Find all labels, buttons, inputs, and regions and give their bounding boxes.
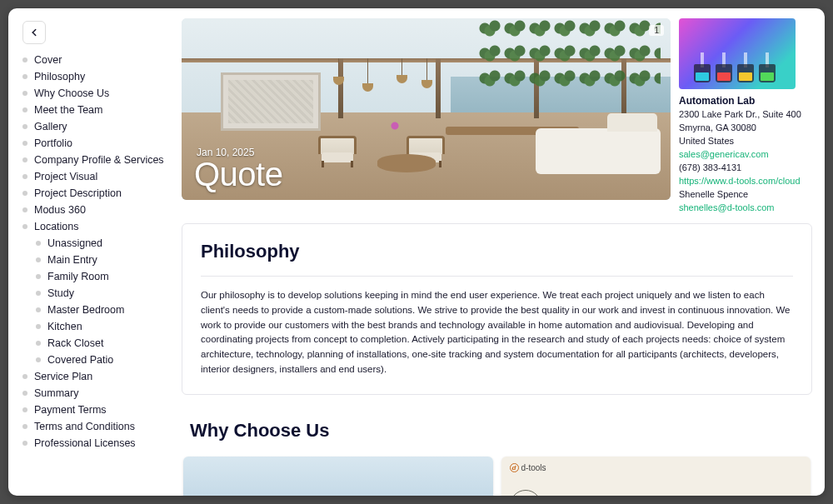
- sidebar-item-company-profile[interactable]: Company Profile & Services: [22, 152, 167, 168]
- philosophy-section: Philosophy Our philosophy is to develop …: [182, 223, 812, 395]
- nav-sublist-locations: Unassigned Main Entry Family Room Study …: [22, 235, 167, 368]
- company-contact: Shenelle Spence: [679, 188, 812, 202]
- nav-label: Study: [47, 287, 74, 299]
- nav-label: Master Bedroom: [47, 304, 124, 316]
- back-button[interactable]: [22, 21, 46, 44]
- sidebar-item-gallery[interactable]: Gallery: [22, 118, 167, 135]
- nav-label: Locations: [34, 221, 79, 232]
- nav-label: Project Description: [34, 187, 122, 199]
- nav-label: Philosophy: [34, 71, 85, 82]
- nav-label: Why Choose Us: [34, 87, 109, 99]
- sidebar-item-summary[interactable]: Summary: [22, 385, 167, 402]
- nav-label: Terms and Conditions: [34, 421, 135, 432]
- nav-label: Project Visual: [34, 171, 97, 182]
- nav-label: Professional Licenses: [34, 437, 136, 449]
- sidebar-item-philosophy[interactable]: Philosophy: [22, 68, 167, 85]
- nav-label: Company Profile & Services: [34, 154, 164, 166]
- nav-label: Unassigned: [47, 237, 102, 249]
- company-addr2: Smyrna, GA 30080: [679, 122, 812, 135]
- hero-title: Quote: [194, 156, 282, 193]
- nav-label: Modus 360: [34, 204, 86, 216]
- company-logo: [679, 18, 796, 89]
- philosophy-title: Philosophy: [201, 241, 793, 262]
- sidebar-item-kitchen[interactable]: Kitchen: [36, 318, 167, 335]
- cover-hero: 1 Jan 10, 2025 Quote: [182, 18, 671, 200]
- why-choose-us-title: Why Choose Us: [190, 420, 812, 442]
- sidebar-item-meet-team[interactable]: Meet the Team: [22, 102, 167, 118]
- sidebar-item-project-description[interactable]: Project Description: [22, 185, 167, 202]
- dtools-icon: d: [510, 463, 519, 472]
- main-content: 1 Jan 10, 2025 Quote Automation Lab 2300…: [175, 8, 825, 496]
- company-country: United States: [679, 135, 812, 148]
- company-url[interactable]: https://www.d-tools.com/cloud: [679, 175, 812, 188]
- nav-label: Meet the Team: [34, 104, 102, 116]
- nav-label: Covered Patio: [47, 354, 113, 366]
- nav-list: Cover Philosophy Why Choose Us Meet the …: [22, 52, 167, 452]
- nav-label: Rack Closet: [47, 337, 103, 349]
- company-phone: (678) 383-4131: [679, 162, 812, 175]
- sidebar-item-master-bedroom[interactable]: Master Bedroom: [36, 302, 167, 318]
- divider: [201, 276, 793, 277]
- company-addr1: 2300 Lake Park Dr., Suite 400: [679, 108, 812, 122]
- nav-label: Main Entry: [47, 254, 97, 266]
- company-name: Automation Lab: [679, 94, 812, 108]
- sidebar-item-project-visual[interactable]: Project Visual: [22, 168, 167, 185]
- nav-label: Payment Terms: [34, 404, 107, 416]
- sidebar-item-unassigned[interactable]: Unassigned: [36, 235, 167, 252]
- philosophy-body: Our philosophy is to develop solutions k…: [201, 288, 793, 377]
- sidebar-item-portfolio[interactable]: Portfolio: [22, 135, 167, 152]
- dtools-logo: d d-tools: [510, 463, 546, 472]
- company-contact-email[interactable]: shenelles@d-tools.com: [679, 202, 812, 215]
- sidebar-item-professional-licenses[interactable]: Professional Licenses: [22, 435, 167, 452]
- company-info: Automation Lab 2300 Lake Park Dr., Suite…: [679, 94, 812, 215]
- sidebar-item-service-plan[interactable]: Service Plan: [22, 368, 167, 385]
- sidebar: Cover Philosophy Why Choose Us Meet the …: [8, 8, 175, 496]
- sidebar-item-main-entry[interactable]: Main Entry: [36, 252, 167, 268]
- sidebar-item-locations[interactable]: Locations: [22, 218, 167, 235]
- dtools-text: d-tools: [521, 463, 546, 472]
- nav-label: Portfolio: [34, 137, 72, 149]
- why-tiles: d d-tools: [182, 457, 812, 496]
- nav-label: Service Plan: [34, 371, 92, 382]
- clock-icon: [510, 490, 541, 496]
- arrow-left-icon: [28, 27, 40, 38]
- hero-row: 1 Jan 10, 2025 Quote Automation Lab 2300…: [182, 18, 812, 215]
- sidebar-item-family-room[interactable]: Family Room: [36, 268, 167, 285]
- company-card: Automation Lab 2300 Lake Park Dr., Suite…: [679, 18, 812, 215]
- nav-label: Kitchen: [47, 321, 82, 332]
- nav-label: Cover: [34, 54, 62, 66]
- sidebar-item-terms-conditions[interactable]: Terms and Conditions: [22, 418, 167, 435]
- why-tile-1[interactable]: [183, 457, 493, 496]
- nav-label: Summary: [34, 387, 78, 399]
- company-email[interactable]: sales@genericav.com: [679, 148, 812, 162]
- sidebar-item-rack-closet[interactable]: Rack Closet: [36, 335, 167, 352]
- nav-label: Gallery: [34, 121, 67, 132]
- app-frame: Cover Philosophy Why Choose Us Meet the …: [8, 8, 825, 496]
- sidebar-item-payment-terms[interactable]: Payment Terms: [22, 402, 167, 418]
- sidebar-item-why-choose-us[interactable]: Why Choose Us: [22, 85, 167, 102]
- hero-badge: 1: [649, 25, 664, 36]
- sidebar-item-study[interactable]: Study: [36, 285, 167, 302]
- sidebar-item-covered-patio[interactable]: Covered Patio: [36, 352, 167, 368]
- sidebar-item-cover[interactable]: Cover: [22, 52, 167, 68]
- nav-label: Family Room: [47, 271, 109, 282]
- why-tile-2[interactable]: d d-tools: [501, 457, 811, 496]
- sidebar-item-modus-360[interactable]: Modus 360: [22, 202, 167, 218]
